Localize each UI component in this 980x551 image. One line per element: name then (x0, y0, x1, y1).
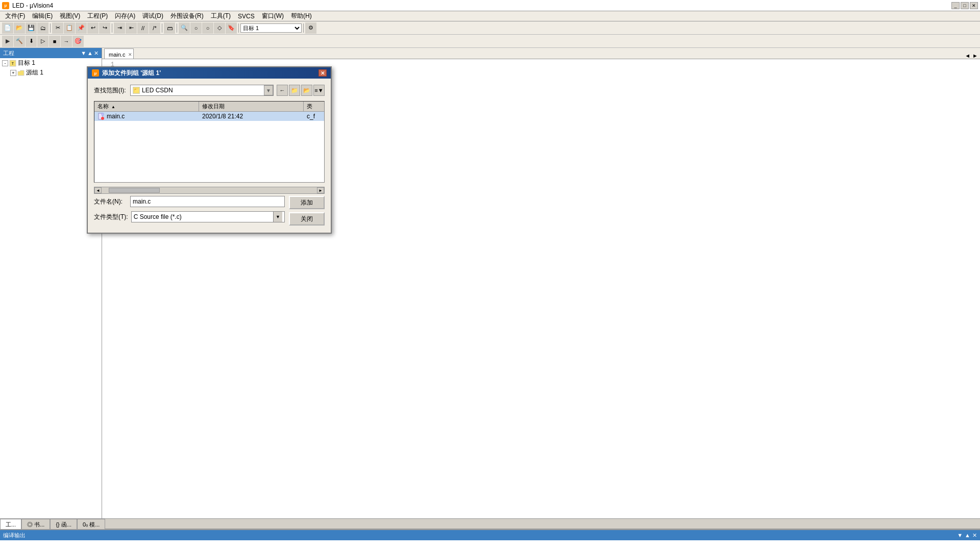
hscroll-left-btn[interactable]: ◄ (94, 187, 102, 193)
hscroll-thumb[interactable] (109, 188, 160, 193)
file-row-0[interactable]: main.c 2020/1/8 21:42 c_f (94, 112, 324, 121)
filetype-select[interactable]: C Source file (*.c) ▼ (131, 211, 285, 222)
bottom-rows: 文件名(N): 文件类型(T): C Source file (*.c) ▼ 添 (94, 196, 325, 227)
dialog-overlay: μ 添加文件到组 '源组 1' ✕ 查找范围(I): 📁 LED CSDN ▼ … (0, 0, 980, 551)
dialog-title-left: μ 添加文件到组 '源组 1' (92, 69, 161, 78)
filetype-value: C Source file (*.c) (134, 213, 182, 220)
lookup-row: 查找范围(I): 📁 LED CSDN ▼ ← 📁 📂 ≡▼ (94, 85, 325, 96)
lookup-toolbar: ← 📁 📂 ≡▼ (277, 85, 325, 96)
file-icon-0 (97, 113, 105, 120)
lookup-value: LED CSDN (142, 87, 173, 94)
nav-view-button[interactable]: ≡▼ (313, 85, 325, 96)
nav-new-folder-button[interactable]: 📂 (301, 85, 312, 96)
lookup-combo-arrow[interactable]: ▼ (264, 85, 273, 95)
file-list-container: 名称 ▲ 修改日期 类 (94, 101, 325, 183)
bottom-inputs: 文件名(N): 文件类型(T): C Source file (*.c) ▼ (94, 196, 285, 227)
dialog-close-button[interactable]: ✕ (318, 69, 327, 77)
dialog-title-bar: μ 添加文件到组 '源组 1' ✕ (88, 67, 331, 79)
add-file-dialog: μ 添加文件到组 '源组 1' ✕ 查找范围(I): 📁 LED CSDN ▼ … (87, 66, 332, 234)
filetype-row: 文件类型(T): C Source file (*.c) ▼ (94, 211, 285, 222)
filename-input[interactable] (130, 196, 285, 207)
add-button[interactable]: 添加 (289, 196, 325, 209)
nav-back-button[interactable]: ← (277, 85, 288, 96)
file-list-header: 名称 ▲ 修改日期 类 (94, 102, 324, 112)
file-type-0: c_f (304, 112, 324, 120)
col-type-label: 类 (307, 103, 312, 109)
dialog-icon: μ (92, 69, 99, 77)
col-type-header[interactable]: 类 (304, 102, 324, 111)
filetype-select-arrow[interactable]: ▼ (273, 212, 282, 222)
svg-point-4 (101, 117, 104, 120)
file-date-0: 2020/1/8 21:42 (199, 112, 304, 120)
dialog-body: 查找范围(I): 📁 LED CSDN ▼ ← 📁 📂 ≡▼ (88, 79, 331, 233)
col-date-label: 修改日期 (202, 103, 225, 109)
filetype-label: 文件类型(T): (94, 213, 128, 221)
folder-combo-icon: 📁 (133, 87, 140, 94)
nav-up-button[interactable]: 📁 (289, 85, 300, 96)
filename-label: 文件名(N): (94, 197, 127, 206)
hscroll[interactable]: ◄ ► (94, 187, 325, 194)
col-date-header[interactable]: 修改日期 (199, 102, 304, 111)
dialog-buttons: 添加 关闭 (289, 196, 325, 227)
col-name-header[interactable]: 名称 ▲ (94, 102, 199, 111)
filename-row: 文件名(N): (94, 196, 285, 207)
sort-arrow: ▲ (111, 105, 115, 109)
lookup-combo[interactable]: 📁 LED CSDN ▼ (130, 85, 274, 96)
close-button[interactable]: 关闭 (289, 212, 325, 226)
file-name-text-0: main.c (107, 113, 125, 120)
dialog-title: 添加文件到组 '源组 1' (102, 69, 161, 78)
file-name-0: main.c (94, 112, 199, 120)
col-name-label: 名称 (97, 103, 109, 109)
svg-rect-3 (102, 113, 104, 115)
hscroll-right-btn[interactable]: ► (317, 187, 324, 193)
lookup-label: 查找范围(I): (94, 86, 127, 95)
